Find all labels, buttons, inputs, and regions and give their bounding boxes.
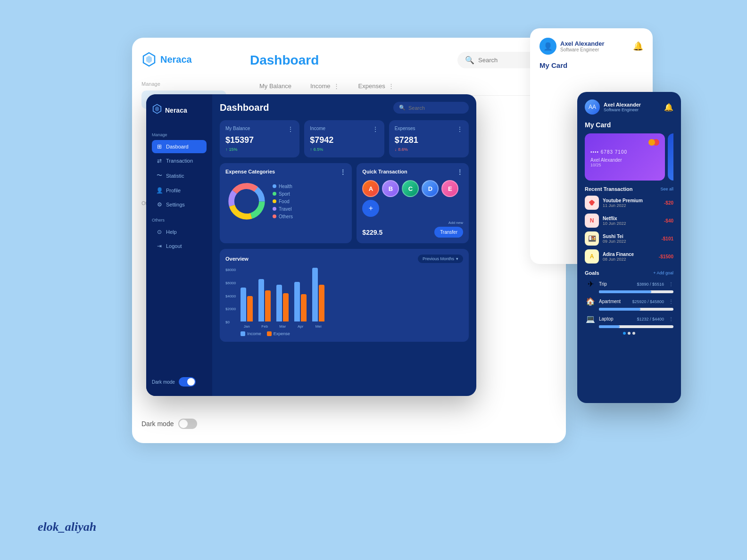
- svg-marker-1: [146, 56, 152, 63]
- expenses-value: $7281: [395, 135, 463, 145]
- mei-expense-bar: [319, 285, 324, 321]
- see-all-link[interactable]: See all: [660, 187, 673, 191]
- svg-point-9: [235, 189, 258, 213]
- apr-expense-bar: [301, 294, 307, 321]
- tab-my-balance[interactable]: My Balance: [250, 78, 301, 95]
- goal-laptop: 💻 Laptop $1232 / $4400 ⋮: [585, 314, 673, 328]
- avatar-3[interactable]: C: [402, 180, 419, 197]
- watermark: elok_aliyah: [38, 520, 96, 534]
- card-name-purple: Axel Alexander: [590, 157, 659, 163]
- balance-up-icon: ↑: [225, 147, 228, 152]
- netflix-info: Netflix 10 Jun 2022: [603, 216, 660, 226]
- income-up-icon: ↑: [310, 147, 312, 152]
- dark-cards-scroll: •••• 6783 7100 Axel Alexander 10/25 •••: [585, 133, 673, 181]
- qt-options[interactable]: ⋮: [456, 169, 463, 175]
- card-chip-row: [590, 139, 659, 146]
- income-options[interactable]: ⋮: [372, 126, 379, 132]
- add-new-avatar[interactable]: +: [362, 200, 379, 217]
- adira-info: Adira Finance 08 Jun 2022: [603, 252, 655, 262]
- laptop-options[interactable]: ⋮: [669, 316, 673, 321]
- sushi-icon: 🍱: [585, 231, 599, 246]
- dark-sidebar-profile[interactable]: 👤 Profile: [152, 184, 207, 197]
- trip-options[interactable]: ⋮: [669, 281, 673, 287]
- notification-bell-icon[interactable]: 🔔: [633, 41, 643, 51]
- light-dark-mode-toggle[interactable]: Dark mode: [141, 419, 197, 429]
- youtube-name: Youtube Premium: [603, 198, 660, 203]
- balance-options[interactable]: ⋮: [287, 126, 294, 132]
- chart-group-mei: Mei: [312, 268, 324, 329]
- dark-search-box[interactable]: 🔍: [393, 102, 469, 114]
- balance-change: ↑ 15%: [225, 147, 294, 152]
- sushi-info: Sushi Tei 09 Jun 2022: [603, 234, 657, 244]
- chart-group-mar: Mar: [276, 285, 289, 329]
- stat-card-expenses: Expenses ⋮ $7281 ↓ 8.6%: [389, 120, 469, 157]
- dot-1[interactable]: [623, 332, 626, 335]
- dark-search-input[interactable]: [408, 105, 463, 111]
- youtube-icon: [585, 196, 599, 210]
- credit-card-purple[interactable]: •••• 6783 7100 Axel Alexander 10/25: [585, 133, 665, 181]
- tab-expenses[interactable]: Expenses ⋮: [349, 78, 404, 95]
- dark-mode-switch-on[interactable]: [179, 377, 196, 387]
- sushi-date: 09 Jun 2022: [603, 239, 657, 244]
- dark-sidebar-settings[interactable]: ⚙ Settings: [152, 198, 207, 211]
- legend-others: Others: [273, 214, 293, 219]
- credit-card-blue[interactable]: •••: [668, 133, 673, 181]
- dark-user-role: Software Engineer: [604, 107, 641, 112]
- dark-bell-icon[interactable]: 🔔: [664, 103, 673, 112]
- dot-3[interactable]: [632, 332, 635, 335]
- qt-amount: $229.5: [362, 229, 382, 236]
- adira-icon: A: [585, 249, 599, 264]
- add-goal-link[interactable]: + Add goal: [653, 271, 673, 275]
- svg-marker-3: [155, 107, 159, 112]
- expense-legend: Health Sport Food Travel: [273, 184, 293, 219]
- dark-sidebar-transaction[interactable]: ⇄ Transaction: [152, 154, 207, 167]
- light-dashboard-title: Dashboard: [250, 53, 319, 68]
- tab-income[interactable]: Income ⋮: [301, 78, 349, 95]
- income-label: Income ⋮: [310, 126, 378, 132]
- jan-expense-bar: [247, 296, 253, 321]
- expense-cat-options[interactable]: ⋮: [340, 169, 346, 175]
- prev-months-button[interactable]: Previous Months ▾: [418, 255, 463, 263]
- avatar-5[interactable]: E: [441, 180, 458, 197]
- dark-sidebar-logout[interactable]: ⇥ Logout: [152, 239, 207, 253]
- dark-dark-mode-toggle[interactable]: Dark mode: [152, 377, 207, 387]
- apartment-options[interactable]: ⋮: [669, 299, 673, 304]
- netflix-icon: N: [585, 214, 599, 228]
- mar-expense-bar: [283, 293, 289, 321]
- avatar-4[interactable]: D: [422, 180, 439, 197]
- apartment-name: Apartment: [599, 299, 629, 304]
- dark-sidebar-dashboard[interactable]: ⊞ Dasboard: [152, 140, 207, 153]
- avatar-1[interactable]: A: [362, 180, 379, 197]
- jan-income-bar: [241, 288, 246, 321]
- chart-y-labels: $8000 $6000 $4000 $2000 $0: [225, 268, 236, 324]
- dot-2[interactable]: [628, 332, 631, 335]
- chart-legend: Income Expense: [241, 331, 463, 336]
- dark-my-card-title: My Card: [585, 121, 673, 129]
- expenses-down-icon: ↓: [395, 147, 397, 152]
- adira-name: Adira Finance: [603, 252, 655, 257]
- expenses-options[interactable]: ⋮: [456, 126, 463, 132]
- avatar-2[interactable]: B: [382, 180, 399, 197]
- expenses-change: ↓ 8.6%: [395, 147, 463, 152]
- dark-sidebar: Neraca Manage ⊞ Dasboard ⇄ Transaction 〜…: [146, 94, 212, 396]
- expense-content: Health Sport Food Travel: [225, 180, 346, 222]
- legend-health: Health: [273, 184, 293, 189]
- dark-dashboard: Neraca Manage ⊞ Dasboard ⇄ Transaction 〜…: [146, 94, 476, 396]
- feb-expense-bar: [265, 290, 271, 321]
- quick-transaction-card: Quick Transaction ⋮ A B C D E + Add new …: [357, 163, 469, 243]
- feb-bars: [258, 279, 271, 321]
- chevron-down-icon: ▾: [456, 256, 458, 261]
- dark-user-avatar: AA: [585, 99, 600, 115]
- transfer-button[interactable]: Transfer: [434, 227, 463, 238]
- dark-sidebar-statistic[interactable]: 〜 Statistic: [152, 168, 207, 183]
- rp-user: 👤 Axel Alexander Software Engineer: [540, 38, 604, 55]
- goal-trip: ✈ Trip $3890 / $5516 ⋮: [585, 280, 673, 293]
- dark-others-label: Others: [152, 218, 207, 222]
- tx-adira: A Adira Finance 08 Jun 2022 -$1500: [585, 249, 673, 264]
- dark-sidebar-help[interactable]: ⊙ Help: [152, 225, 207, 239]
- mar-income-bar: [276, 285, 282, 321]
- dark-mode-switch-off[interactable]: [178, 419, 197, 429]
- chart-bars-area: Jan Feb: [241, 268, 463, 336]
- income-dots: ⋮: [333, 82, 340, 90]
- dark-dashboard-icon: ⊞: [156, 143, 163, 150]
